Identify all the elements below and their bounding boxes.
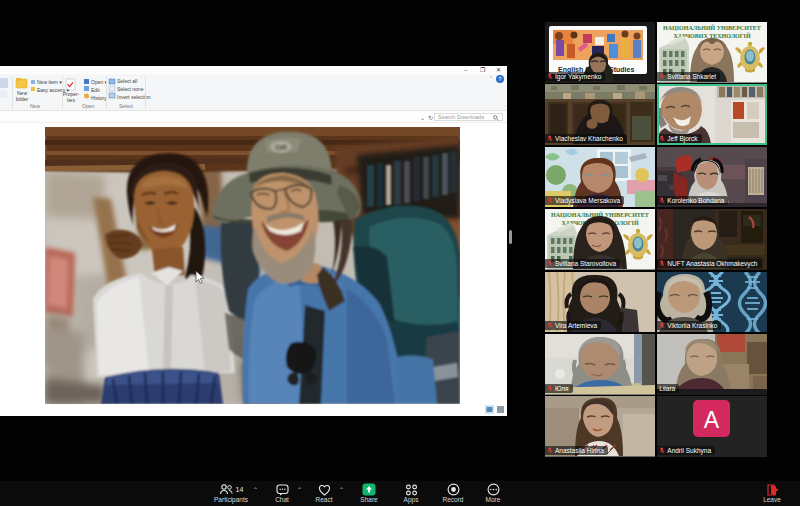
svg-text:OR: OR	[275, 143, 287, 152]
svg-text:A: A	[704, 407, 720, 433]
svg-text:НАЦІОНАЛЬНИЙ УНІВЕРСИТЕТ: НАЦІОНАЛЬНИЙ УНІВЕРСИТЕТ	[663, 24, 761, 31]
svg-text:Studies: Studies	[609, 66, 634, 73]
